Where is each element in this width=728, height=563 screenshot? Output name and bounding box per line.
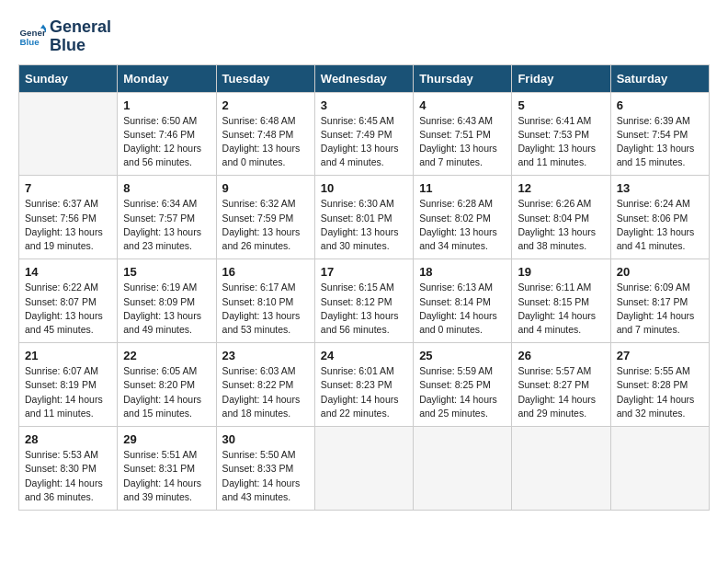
day-number: 29 [123,432,210,446]
header-cell-saturday: Saturday [610,64,709,92]
calendar-cell: 16Sunrise: 6:17 AMSunset: 8:10 PMDayligh… [216,259,314,343]
day-info: Sunrise: 6:28 AMSunset: 8:02 PMDaylight:… [419,197,506,253]
header: General Blue General Blue [18,18,710,55]
day-number: 26 [518,349,604,362]
day-number: 25 [419,349,506,362]
day-info: Sunrise: 6:32 AMSunset: 7:59 PMDaylight:… [222,197,309,253]
day-info: Sunrise: 6:45 AMSunset: 7:49 PMDaylight:… [321,114,407,170]
day-number: 12 [518,181,604,195]
calendar-cell: 2Sunrise: 6:48 AMSunset: 7:48 PMDaylight… [216,92,314,176]
day-info: Sunrise: 5:50 AMSunset: 8:33 PMDaylight:… [222,448,309,504]
calendar-cell: 30Sunrise: 5:50 AMSunset: 8:33 PMDayligh… [216,427,314,511]
week-row-5: 28Sunrise: 5:53 AMSunset: 8:30 PMDayligh… [19,427,710,511]
calendar-cell: 26Sunrise: 5:57 AMSunset: 8:27 PMDayligh… [512,343,610,427]
svg-text:General: General [20,27,47,37]
svg-marker-2 [40,24,46,29]
calendar-cell: 27Sunrise: 5:55 AMSunset: 8:28 PMDayligh… [610,343,709,427]
day-number: 19 [518,265,604,279]
calendar-cell: 21Sunrise: 6:07 AMSunset: 8:19 PMDayligh… [19,343,118,427]
calendar-cell: 10Sunrise: 6:30 AMSunset: 8:01 PMDayligh… [314,176,413,259]
day-number: 30 [222,432,309,446]
day-info: Sunrise: 6:15 AMSunset: 8:12 PMDaylight:… [321,281,407,337]
day-info: Sunrise: 6:37 AMSunset: 7:56 PMDaylight:… [25,197,111,253]
day-number: 1 [123,98,210,112]
calendar-cell: 25Sunrise: 5:59 AMSunset: 8:25 PMDayligh… [414,343,512,427]
calendar-cell: 3Sunrise: 6:45 AMSunset: 7:49 PMDaylight… [314,92,413,176]
day-number: 2 [222,98,309,112]
day-info: Sunrise: 6:41 AMSunset: 7:53 PMDaylight:… [518,114,604,170]
day-number: 9 [222,181,309,195]
header-row: SundayMondayTuesdayWednesdayThursdayFrid… [19,64,710,92]
header-cell-friday: Friday [512,64,610,92]
day-info: Sunrise: 5:59 AMSunset: 8:25 PMDaylight:… [419,364,506,420]
calendar-body: 1Sunrise: 6:50 AMSunset: 7:46 PMDaylight… [19,92,710,510]
calendar-cell: 11Sunrise: 6:28 AMSunset: 8:02 PMDayligh… [414,176,512,259]
calendar-cell [610,427,709,511]
calendar-cell [512,427,610,511]
header-cell-monday: Monday [118,64,216,92]
week-row-4: 21Sunrise: 6:07 AMSunset: 8:19 PMDayligh… [19,343,710,427]
calendar-cell: 23Sunrise: 6:03 AMSunset: 8:22 PMDayligh… [216,343,314,427]
day-number: 22 [123,349,210,362]
day-number: 18 [419,265,506,279]
day-number: 10 [321,181,407,195]
day-info: Sunrise: 6:26 AMSunset: 8:04 PMDaylight:… [518,197,604,253]
day-number: 13 [617,181,703,195]
header-cell-thursday: Thursday [414,64,512,92]
day-number: 6 [617,98,703,112]
day-number: 21 [25,349,111,362]
calendar-cell: 12Sunrise: 6:26 AMSunset: 8:04 PMDayligh… [512,176,610,259]
day-number: 7 [25,181,111,195]
calendar-header: SundayMondayTuesdayWednesdayThursdayFrid… [19,64,710,92]
day-info: Sunrise: 6:17 AMSunset: 8:10 PMDaylight:… [222,281,309,337]
day-info: Sunrise: 6:01 AMSunset: 8:23 PMDaylight:… [321,364,407,420]
day-number: 16 [222,265,309,279]
week-row-2: 7Sunrise: 6:37 AMSunset: 7:56 PMDaylight… [19,176,710,259]
calendar-table: SundayMondayTuesdayWednesdayThursdayFrid… [18,64,710,511]
calendar-cell: 14Sunrise: 6:22 AMSunset: 8:07 PMDayligh… [19,259,118,343]
header-cell-sunday: Sunday [19,64,118,92]
calendar-cell [414,427,512,511]
day-info: Sunrise: 6:09 AMSunset: 8:17 PMDaylight:… [617,281,703,337]
header-cell-tuesday: Tuesday [216,64,314,92]
day-info: Sunrise: 6:50 AMSunset: 7:46 PMDaylight:… [123,114,210,170]
calendar-cell: 1Sunrise: 6:50 AMSunset: 7:46 PMDaylight… [118,92,216,176]
day-info: Sunrise: 5:51 AMSunset: 8:31 PMDaylight:… [123,448,210,504]
calendar-cell: 17Sunrise: 6:15 AMSunset: 8:12 PMDayligh… [314,259,413,343]
calendar-cell: 19Sunrise: 6:11 AMSunset: 8:15 PMDayligh… [512,259,610,343]
day-number: 28 [25,432,111,446]
day-number: 23 [222,349,309,362]
calendar-cell: 6Sunrise: 6:39 AMSunset: 7:54 PMDaylight… [610,92,709,176]
day-number: 3 [321,98,407,112]
day-info: Sunrise: 6:11 AMSunset: 8:15 PMDaylight:… [518,281,604,337]
calendar-cell: 9Sunrise: 6:32 AMSunset: 7:59 PMDaylight… [216,176,314,259]
day-info: Sunrise: 6:43 AMSunset: 7:51 PMDaylight:… [419,114,506,170]
week-row-1: 1Sunrise: 6:50 AMSunset: 7:46 PMDaylight… [19,92,710,176]
day-info: Sunrise: 6:13 AMSunset: 8:14 PMDaylight:… [419,281,506,337]
calendar-cell: 15Sunrise: 6:19 AMSunset: 8:09 PMDayligh… [118,259,216,343]
logo: General Blue General Blue [18,18,111,55]
day-info: Sunrise: 6:05 AMSunset: 8:20 PMDaylight:… [123,364,210,420]
calendar-cell: 28Sunrise: 5:53 AMSunset: 8:30 PMDayligh… [19,427,118,511]
day-number: 14 [25,265,111,279]
header-cell-wednesday: Wednesday [314,64,413,92]
calendar-cell: 29Sunrise: 5:51 AMSunset: 8:31 PMDayligh… [118,427,216,511]
calendar-cell: 8Sunrise: 6:34 AMSunset: 7:57 PMDaylight… [118,176,216,259]
day-number: 8 [123,181,210,195]
calendar-cell [19,92,118,176]
day-info: Sunrise: 6:22 AMSunset: 8:07 PMDaylight:… [25,281,111,337]
day-info: Sunrise: 5:57 AMSunset: 8:27 PMDaylight:… [518,364,604,420]
day-number: 5 [518,98,604,112]
day-info: Sunrise: 6:48 AMSunset: 7:48 PMDaylight:… [222,114,309,170]
day-info: Sunrise: 6:07 AMSunset: 8:19 PMDaylight:… [25,364,111,420]
day-number: 17 [321,265,407,279]
day-number: 4 [419,98,506,112]
logo-text-line2: Blue [50,37,111,55]
day-number: 11 [419,181,506,195]
calendar-cell: 18Sunrise: 6:13 AMSunset: 8:14 PMDayligh… [414,259,512,343]
calendar-cell: 5Sunrise: 6:41 AMSunset: 7:53 PMDaylight… [512,92,610,176]
day-info: Sunrise: 6:30 AMSunset: 8:01 PMDaylight:… [321,197,407,253]
day-info: Sunrise: 6:03 AMSunset: 8:22 PMDaylight:… [222,364,309,420]
calendar-cell [314,427,413,511]
day-number: 15 [123,265,210,279]
